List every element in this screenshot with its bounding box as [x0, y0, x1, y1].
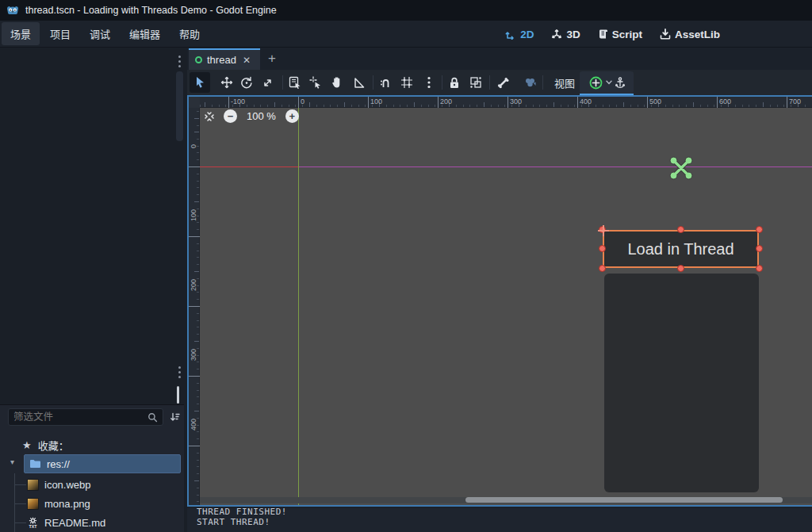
- scene-type-icon: [195, 56, 202, 63]
- move-tool-button[interactable]: [216, 72, 237, 93]
- filesystem-filter: [8, 408, 163, 426]
- origin-axis-vertical: [298, 108, 299, 507]
- filter-files-input[interactable]: [9, 411, 147, 423]
- grid-snap-button[interactable]: [396, 72, 417, 93]
- rotate-tool-button[interactable]: [236, 72, 257, 93]
- tree-guide: [14, 484, 26, 485]
- tree-item-label: icon.webp: [44, 479, 91, 491]
- dock-splitter-handle[interactable]: [178, 55, 182, 67]
- workspace-3d-button[interactable]: 3D: [551, 29, 580, 40]
- anchor-mode-icon[interactable]: [615, 77, 625, 89]
- rotate-icon: [240, 76, 253, 89]
- tree-item-res-root[interactable]: res://: [24, 454, 181, 473]
- selection-handle[interactable]: [599, 245, 606, 252]
- ruler-vertical: 0 100 200 300 400: [189, 108, 200, 505]
- folder-icon: [29, 459, 41, 469]
- workspace-script-button[interactable]: Script: [598, 29, 642, 40]
- assetlib-download-icon: [660, 29, 671, 40]
- scale-tool-button[interactable]: [257, 72, 278, 93]
- origin-axis-horizontal: [200, 166, 298, 167]
- selection-handle[interactable]: [756, 226, 763, 233]
- select-tool-button[interactable]: [190, 72, 210, 93]
- scene-tab-thread[interactable]: thread ✕: [189, 48, 260, 70]
- list-select-icon: [289, 76, 301, 89]
- selection-handle[interactable]: [677, 226, 684, 233]
- dock-scrollbar[interactable]: [176, 71, 183, 141]
- selected-button-node[interactable]: Load in Thread: [603, 230, 759, 268]
- tree-item-label: res://: [47, 458, 70, 470]
- chevron-down-icon[interactable]: [606, 80, 612, 85]
- skeleton-options-icon: [524, 77, 536, 88]
- workspace-assetlib-button[interactable]: AssetLib: [660, 29, 720, 40]
- vertical-dots-icon: [427, 76, 431, 89]
- search-icon: [147, 412, 158, 423]
- menu-help[interactable]: 帮助: [170, 22, 209, 45]
- ruler-tool-button[interactable]: [348, 72, 369, 93]
- zoom-out-button[interactable]: −: [224, 109, 237, 123]
- menu-debug[interactable]: 调试: [81, 22, 119, 45]
- anchor-preset-group: [580, 71, 634, 94]
- ruler-horizontal: -100 0 100 200 300 400 500 600 700: [200, 97, 812, 108]
- chevron-down-icon[interactable]: ▾: [10, 457, 14, 466]
- group-button[interactable]: [465, 72, 486, 93]
- list-select-button[interactable]: [285, 72, 305, 93]
- dock-splitter-handle[interactable]: [178, 366, 182, 378]
- canvas-hscroll-thumb[interactable]: [465, 497, 783, 503]
- filesystem-dock: ★ 收藏： ▾ res:// icon.webp mona.png: [0, 404, 184, 532]
- output-line: START THREAD!: [197, 517, 812, 527]
- tree-item-icon-webp[interactable]: icon.webp: [27, 475, 91, 494]
- zoom-controls: − 100 % +: [203, 109, 299, 123]
- pivot-marker-icon[interactable]: [597, 224, 610, 237]
- anchor-gizmo-icon: [667, 154, 695, 182]
- dock-scrollbar-thumb[interactable]: [177, 386, 179, 404]
- lock-icon: [449, 77, 460, 89]
- zoom-level-label[interactable]: 100 %: [247, 110, 276, 122]
- selection-handle[interactable]: [599, 265, 606, 272]
- anchor-preset-icon[interactable]: [589, 76, 603, 90]
- grid-snap-icon: [400, 76, 413, 89]
- canvas-viewport[interactable]: -100 0 100 200 300 400 500 600 700 0 100…: [187, 95, 812, 507]
- skeleton-bone-button[interactable]: [492, 72, 513, 93]
- smart-snap-button[interactable]: [375, 72, 396, 93]
- bone-icon: [497, 77, 509, 89]
- button-node-text: Load in Thread: [627, 240, 733, 258]
- favorites-label-row: ★ 收藏：: [22, 435, 69, 454]
- tree-guide: [14, 503, 26, 504]
- panel-node: [604, 274, 759, 492]
- workspace-2d-button[interactable]: 2D: [505, 29, 534, 40]
- pivot-tool-button[interactable]: [305, 72, 326, 93]
- group-icon: [469, 76, 482, 89]
- sort-files-button[interactable]: [167, 409, 182, 425]
- 2d-icon: [505, 29, 516, 40]
- center-view-icon[interactable]: [203, 110, 216, 123]
- lock-button[interactable]: [444, 72, 465, 93]
- workspace-switcher: 2D 3D Script AssetLib: [505, 21, 720, 48]
- output-panel: THREAD FINISHED! START THREAD!: [187, 508, 812, 532]
- selection-handle[interactable]: [756, 265, 763, 272]
- snap-options-button[interactable]: [419, 72, 439, 93]
- viewport-bounds-line: [299, 166, 812, 167]
- add-scene-tab-button[interactable]: +: [268, 51, 276, 67]
- selection-handle[interactable]: [756, 245, 763, 252]
- scale-icon: [262, 77, 274, 89]
- menu-project[interactable]: 项目: [41, 22, 79, 45]
- menu-editor[interactable]: 编辑器: [121, 22, 169, 45]
- zoom-in-button[interactable]: +: [285, 109, 299, 123]
- close-tab-icon[interactable]: ✕: [243, 55, 251, 66]
- tree-guide: [14, 522, 26, 523]
- ruler-corner: [189, 97, 200, 108]
- menu-scene[interactable]: 场景: [2, 22, 40, 45]
- ruler-icon: [353, 77, 365, 89]
- view-menu-button[interactable]: 视图: [547, 73, 582, 92]
- pan-tool-button[interactable]: [326, 72, 347, 93]
- selection-handle[interactable]: [677, 265, 684, 272]
- image-thumbnail: [27, 479, 39, 491]
- select-arrow-icon: [194, 76, 206, 89]
- skeleton-options-button[interactable]: [519, 72, 540, 93]
- scene-tab-bar: thread ✕ +: [187, 48, 812, 70]
- left-dock: ★ 收藏： ▾ res:// icon.webp mona.png: [0, 48, 187, 532]
- tree-item-readme-md[interactable]: TXT README.md: [27, 513, 105, 532]
- favorites-star-icon: ★: [22, 439, 32, 451]
- window-title: thread.tscn - Loading with Threads Demo …: [25, 5, 277, 16]
- tree-item-mona-png[interactable]: mona.png: [27, 494, 90, 513]
